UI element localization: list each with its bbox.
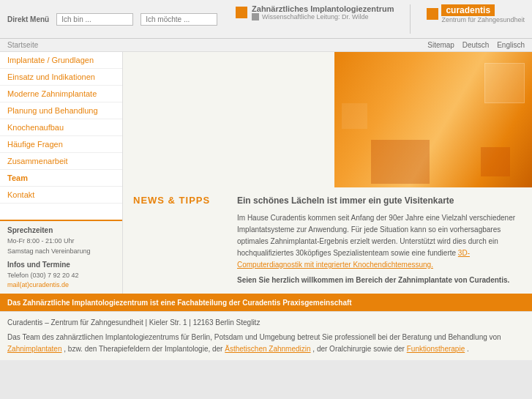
- breadcrumb-startseite: Startseite: [7, 41, 38, 49]
- bottom-link1[interactable]: Zahnimplantaten: [7, 345, 62, 353]
- bottom-info-text2: , bzw. den Therapiefeldern der Implantol…: [64, 345, 222, 353]
- text-row: NEWS & TIPPS Ein schönes Lächeln ist imm…: [123, 187, 532, 294]
- article-para1: Im Hause Curadentis kommen seit Anfang d…: [237, 212, 522, 271]
- direkt-menu-input1[interactable]: [56, 13, 133, 26]
- hero-image: [334, 52, 532, 187]
- sitemap-bar: Startseite Sitemap Deutsch Englisch: [0, 39, 532, 52]
- nav-item-zusammen[interactable]: Zusammenarbeit: [0, 153, 122, 170]
- hero-block2: [481, 147, 510, 176]
- direkt-menu-label: Direkt Menü: [7, 15, 49, 23]
- news-title: NEWS & TIPPS: [133, 195, 228, 206]
- article-heading: Ein schönes Lächeln ist immer ein gute V…: [237, 195, 522, 207]
- curadentis-logo: curadentis Zentrum für Zahngesundheit: [427, 4, 525, 23]
- left-column: Implantate / Grundlagen Einsatz und Indi…: [0, 52, 123, 294]
- deutsch-link[interactable]: Deutsch: [462, 41, 490, 49]
- bottom-bar: Das Zahnärztliche Implantologiezentrum i…: [0, 294, 532, 311]
- nav-item-moderne[interactable]: Moderne Zahnimplantate: [0, 86, 122, 102]
- hero-block3: [342, 103, 367, 129]
- center-blank: [123, 52, 334, 187]
- nav-item-knochen[interactable]: Knochenaufbau: [0, 119, 122, 136]
- news-column: NEWS & TIPPS: [133, 195, 228, 286]
- sitemap-link[interactable]: Sitemap: [427, 41, 454, 49]
- logo-title: Zahnärztliches Implantologiezentrum: [252, 4, 394, 13]
- infos-title: Infos und Termine: [7, 261, 115, 269]
- bottom-address: Curadentis – Zentrum für Zahngesundheit …: [7, 317, 525, 329]
- bottom-info: Curadentis – Zentrum für Zahngesundheit …: [0, 311, 532, 360]
- orange-square-icon: [236, 7, 247, 18]
- nav-item-team[interactable]: Team: [0, 170, 122, 187]
- curadentis-orange-icon: [427, 8, 438, 20]
- bottom-text-row: Das Team des zahnärztlichen Implantologi…: [7, 332, 525, 355]
- article-para2: Seien Sie herzlich willkommen im Bereich…: [237, 275, 522, 286]
- curadentis-brand: curadentis: [441, 4, 495, 16]
- main-wrapper: Implantate / Grundlagen Einsatz und Indi…: [0, 52, 532, 294]
- bottom-info-text3: , der Oralchirurgie sowie der: [312, 345, 405, 353]
- nav-item-kontakt[interactable]: Kontakt: [0, 187, 122, 204]
- bottom-link3[interactable]: Funktionstherapie: [407, 345, 465, 353]
- info-section: Sprechzeiten Mo-Fr 8:00 - 21:00 UhrSamst…: [0, 220, 122, 294]
- sprechzeiten-title: Sprechzeiten: [7, 226, 115, 234]
- english-link[interactable]: Englisch: [497, 41, 525, 49]
- top-bar: Direkt Menü Zahnärztliches Implantologie…: [0, 0, 532, 39]
- bottom-bar-text: Das Zahnärztliche Implantologiezentrum i…: [7, 299, 352, 307]
- article-column: Ein schönes Lächeln ist immer ein gute V…: [237, 195, 522, 286]
- header-divider: [410, 4, 411, 34]
- hero-row: [123, 52, 532, 187]
- hero-block4: [371, 140, 430, 184]
- bottom-info-text1: Das Team des zahnärztlichen Implantologi…: [7, 333, 501, 341]
- nav-item-einsatz[interactable]: Einsatz und Indikationen: [0, 69, 122, 86]
- hero-block1: [484, 63, 525, 103]
- nav-item-planung[interactable]: Planung und Behandlung: [0, 102, 122, 119]
- logo-subtitle: Wissenschaftliche Leitung: Dr. Wilde: [262, 13, 369, 20]
- direkt-menu-input2[interactable]: [141, 13, 217, 26]
- implantologiezentrum-logo: Zahnärztliches Implantologiezentrum Wiss…: [236, 4, 394, 20]
- nav-item-fragen[interactable]: Häufige Fragen: [0, 136, 122, 153]
- sprechzeiten-text: Mo-Fr 8:00 - 21:00 UhrSamstag nach Verei…: [7, 236, 115, 256]
- email-text[interactable]: mail(at)curadentis.de: [7, 281, 115, 288]
- telefon-text: Telefon (030) 7 92 20 42: [7, 271, 115, 281]
- left-nav: Implantate / Grundlagen Einsatz und Indi…: [0, 52, 122, 220]
- content-area: NEWS & TIPPS Ein schönes Lächeln ist imm…: [123, 52, 532, 294]
- curadentis-subtitle: Zentrum für Zahngesundheit: [441, 16, 525, 23]
- gray-square-icon: [252, 13, 259, 20]
- bottom-info-text4: .: [467, 345, 469, 353]
- bottom-link2[interactable]: Ästhetischen Zahnmedizin: [225, 345, 310, 353]
- nav-item-implantate[interactable]: Implantate / Grundlagen: [0, 52, 122, 69]
